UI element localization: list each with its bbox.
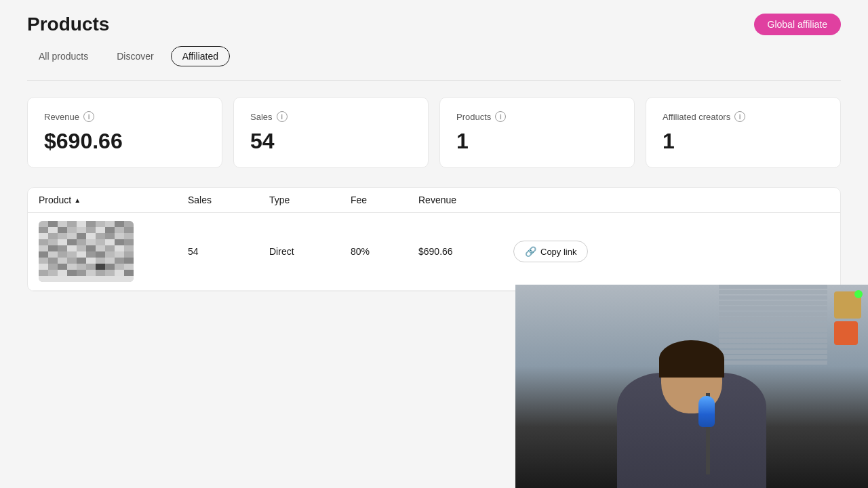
- col-header-actions: [513, 195, 829, 205]
- person-hair: [659, 340, 724, 378]
- svg-rect-59: [115, 251, 124, 258]
- svg-rect-28: [105, 233, 115, 239]
- svg-rect-45: [77, 245, 86, 251]
- sales-value: 54: [250, 129, 412, 154]
- products-value: 1: [456, 129, 618, 154]
- svg-rect-33: [58, 239, 67, 245]
- svg-rect-32: [48, 239, 58, 245]
- revenue-card: Revenue i $690.66: [27, 97, 222, 168]
- svg-rect-46: [86, 245, 96, 251]
- svg-rect-13: [58, 227, 67, 233]
- svg-rect-9: [115, 221, 124, 227]
- copy-link-button[interactable]: 🔗 Copy link: [513, 241, 588, 262]
- svg-rect-62: [48, 258, 58, 264]
- shelf-item-2: [834, 321, 858, 345]
- svg-rect-51: [39, 251, 48, 258]
- svg-rect-11: [39, 227, 48, 233]
- svg-rect-91: [96, 264, 105, 270]
- sales-card: Sales i 54: [233, 97, 429, 168]
- global-affiliate-button[interactable]: Global affiliate: [754, 14, 841, 35]
- microphone: [698, 396, 715, 427]
- revenue-label: Revenue i: [44, 111, 205, 122]
- svg-rect-17: [96, 227, 105, 233]
- svg-rect-79: [115, 264, 124, 270]
- svg-rect-43: [58, 245, 67, 251]
- svg-rect-83: [58, 270, 67, 276]
- svg-rect-72: [48, 264, 58, 270]
- shelf-decoration: [834, 291, 861, 345]
- svg-rect-22: [48, 233, 58, 239]
- svg-rect-63: [58, 258, 67, 264]
- svg-rect-30: [124, 233, 134, 239]
- svg-rect-27: [96, 233, 105, 239]
- page-title: Products: [27, 14, 109, 35]
- row-actions: 🔗 Copy link: [513, 241, 829, 262]
- svg-rect-80: [124, 264, 134, 270]
- svg-rect-4: [67, 221, 77, 227]
- svg-rect-21: [39, 233, 48, 239]
- svg-rect-71: [39, 264, 48, 270]
- tab-all-products[interactable]: All products: [27, 46, 100, 66]
- svg-rect-37: [96, 239, 105, 245]
- webcam-background: [515, 285, 868, 488]
- svg-rect-68: [105, 258, 115, 264]
- svg-rect-6: [86, 221, 96, 227]
- svg-rect-7: [96, 221, 105, 227]
- sort-arrow-icon: ▲: [74, 197, 81, 204]
- row-type: Direct: [269, 246, 351, 257]
- svg-rect-78: [105, 264, 115, 270]
- col-header-type: Type: [269, 195, 351, 205]
- svg-rect-74: [67, 264, 77, 270]
- svg-rect-90: [124, 270, 134, 276]
- products-info-icon[interactable]: i: [495, 111, 506, 122]
- products-table: Product ▲ Sales Type Fee Revenue: [27, 187, 841, 291]
- col-header-revenue: Revenue: [418, 195, 513, 205]
- svg-rect-84: [67, 270, 77, 276]
- svg-rect-55: [77, 251, 86, 258]
- webcam-overlay: [515, 285, 868, 488]
- svg-rect-35: [77, 239, 86, 245]
- affiliated-creators-info-icon[interactable]: i: [734, 111, 745, 122]
- svg-rect-36: [86, 239, 96, 245]
- products-label: Products i: [456, 111, 618, 122]
- svg-rect-39: [115, 239, 124, 245]
- svg-rect-10: [124, 221, 134, 227]
- svg-rect-20: [124, 227, 134, 233]
- svg-rect-56: [86, 251, 96, 258]
- product-image: [39, 221, 134, 282]
- sales-info-icon[interactable]: i: [277, 111, 288, 122]
- svg-rect-66: [86, 258, 96, 264]
- svg-rect-86: [86, 270, 96, 276]
- svg-rect-60: [124, 251, 134, 258]
- col-header-fee: Fee: [351, 195, 418, 205]
- green-indicator-light: [854, 290, 863, 298]
- affiliated-creators-card: Affiliated creators i 1: [646, 97, 841, 168]
- svg-rect-75: [77, 264, 86, 270]
- svg-rect-26: [86, 233, 96, 239]
- svg-rect-2: [48, 221, 58, 227]
- revenue-value: $690.66: [44, 129, 205, 154]
- row-revenue: $690.66: [418, 246, 513, 257]
- svg-rect-5: [77, 221, 86, 227]
- svg-rect-47: [96, 245, 105, 251]
- svg-rect-53: [58, 251, 67, 258]
- svg-rect-38: [105, 239, 115, 245]
- revenue-info-icon[interactable]: i: [83, 111, 94, 122]
- svg-rect-14: [67, 227, 77, 233]
- svg-rect-19: [115, 227, 124, 233]
- page-header: Products Global affiliate: [27, 14, 841, 35]
- svg-rect-65: [77, 258, 86, 264]
- svg-rect-34: [67, 239, 77, 245]
- tab-affiliated[interactable]: Affiliated: [171, 46, 230, 66]
- copy-link-label: Copy link: [540, 247, 576, 257]
- svg-rect-41: [39, 245, 48, 251]
- svg-rect-70: [124, 258, 134, 264]
- row-fee: 80%: [351, 246, 418, 257]
- svg-rect-18: [105, 227, 115, 233]
- svg-rect-54: [67, 251, 77, 258]
- svg-rect-82: [48, 270, 58, 276]
- tab-discover[interactable]: Discover: [105, 46, 165, 66]
- col-header-product[interactable]: Product ▲: [39, 195, 188, 205]
- svg-rect-8: [105, 221, 115, 227]
- svg-rect-69: [115, 258, 124, 264]
